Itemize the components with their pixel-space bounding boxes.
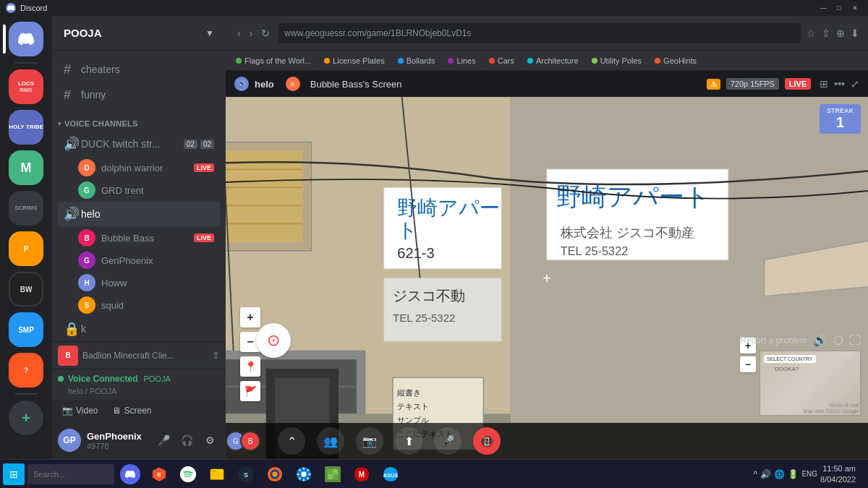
taskbar-spotify[interactable] (175, 461, 201, 487)
mini-map[interactable]: DOOKA? Map data ©2022 Google Terms of Us… (760, 351, 861, 416)
map-label: DOOKA? (775, 366, 799, 372)
terms-link[interactable]: Terms of Use (829, 403, 859, 408)
url-bar[interactable]: www.geoguessr.com/game/1BLRNObjeb0LvD1s (278, 23, 801, 43)
clock[interactable]: 11:50 am 8/04/2022 (820, 463, 856, 484)
crosshair-icon: + (542, 270, 551, 286)
mute-button[interactable]: 🎤 (153, 430, 174, 450)
bookmark-utility-poles[interactable]: Utility Poles (587, 55, 646, 67)
taskbar-steam[interactable]: S (233, 461, 259, 487)
taskbar-brave[interactable]: B (146, 461, 172, 487)
bottom-right-controls: Report a problem 🔊 ⬡ ⛶ (740, 333, 861, 347)
guild-holy-tribe[interactable]: HOLY TRIBE (9, 110, 43, 145)
close-button[interactable]: ✕ (848, 3, 862, 13)
bookmark-icon[interactable]: ☆ (807, 27, 816, 39)
voice-connected-section: Voice Connected POOJA helo / POOJA (52, 369, 226, 400)
expand-icon[interactable]: ⤢ (851, 78, 859, 90)
guild-locmins[interactable]: LOCS RIMS (9, 69, 43, 104)
voice-member-howw[interactable]: H Howw (58, 272, 220, 294)
bookmark-architecture[interactable]: Architecture (523, 55, 583, 67)
location-button[interactable]: 📍 (240, 356, 260, 377)
guild-add-button[interactable]: + (9, 401, 43, 435)
fullscreen-icon[interactable]: ⛶ (849, 334, 861, 347)
settings-button[interactable]: ⚙ (200, 430, 220, 450)
bookmark-cars[interactable]: Cars (485, 55, 519, 67)
video-button[interactable]: 📷 Video (58, 403, 102, 419)
show-panel-button[interactable]: ⌃ (278, 427, 305, 455)
channel-k-locked[interactable]: 🔒 k (58, 317, 220, 341)
guild-smp[interactable]: SMP (9, 312, 43, 347)
bookmark-bollards[interactable]: Bollards (393, 55, 440, 67)
back-button[interactable]: ‹ (234, 26, 244, 40)
taskbar-files[interactable] (204, 461, 230, 487)
taskbar-search[interactable] (27, 464, 114, 484)
download-icon[interactable]: ⬇ (851, 27, 859, 39)
tray-expand[interactable]: ^ (754, 469, 758, 479)
guild-unknown[interactable]: ? (9, 353, 43, 388)
flag-button[interactable]: 🚩 (240, 381, 260, 401)
refresh-button[interactable]: ↻ (258, 26, 273, 40)
forward-button[interactable]: › (247, 26, 256, 40)
guild-home[interactable] (9, 22, 43, 56)
voice-channels-category[interactable]: ▾ VOICE CHANNELS (52, 108, 226, 131)
bookmark-license-plates[interactable]: License Plates (320, 55, 389, 67)
maximize-button[interactable]: □ (832, 3, 846, 13)
tray-battery[interactable]: 🔋 (788, 469, 799, 479)
server-header[interactable]: POOJA ▼ (52, 16, 226, 51)
badlion-action-icon[interactable]: ⇧ (212, 350, 220, 361)
channel-duck-twitch[interactable]: 🔊 DUCK twitch str... 02 02 (58, 132, 220, 156)
bookmark-flags[interactable]: Flags of the Worl... (231, 55, 315, 67)
volume-icon[interactable]: 🔊 (813, 333, 827, 347)
voice-member-bubble-bass[interactable]: B Bubble Bass LIVE (58, 227, 220, 249)
taskbar-unknown1[interactable] (320, 461, 346, 487)
tray-network[interactable]: 🌐 (774, 469, 785, 479)
badlion-bar[interactable]: B Badlion Minecraft Clie... ⇧ (52, 341, 226, 369)
end-call-button[interactable]: 📵 (473, 427, 501, 455)
voice-member-dolphin[interactable]: D dolphin warrior LIVE (58, 157, 220, 179)
channel-helo[interactable]: 🔊 helo (58, 202, 220, 226)
bookmark-label: License Plates (333, 56, 385, 65)
titlebar: Discord — □ ✕ (0, 0, 868, 16)
grid-icon[interactable]: ⊞ (820, 78, 828, 90)
bookmark-geohints[interactable]: GeoHints (650, 55, 701, 67)
voice-member-genphoenix[interactable]: G GenPhoenix (58, 249, 220, 271)
participant-avatar: B (240, 431, 260, 451)
participants-button[interactable]: 👥 (317, 427, 344, 455)
start-button[interactable]: ⊞ (3, 463, 25, 485)
taskbar-cortana[interactable] (117, 461, 143, 487)
camera-button[interactable]: 📷 (356, 427, 383, 455)
taskbar-unknown2[interactable]: M (349, 461, 375, 487)
minimize-button[interactable]: — (816, 3, 830, 13)
voice-channel-icon: 🔊 (64, 136, 77, 152)
microphone-button[interactable]: 🎤 (434, 427, 461, 455)
share-screen-button[interactable]: ⬆ (395, 427, 422, 455)
guild-bw[interactable]: BW (9, 272, 43, 307)
bookmark-dot (489, 58, 495, 64)
voice-member-squid[interactable]: S squid (58, 294, 220, 316)
live-badge: LIVE (194, 163, 214, 172)
more-icon[interactable]: ••• (834, 78, 845, 90)
map-zoom-out[interactable]: − (740, 356, 756, 372)
bookmark-lines[interactable]: Lines (443, 55, 480, 67)
select-country-label: SELECT COUNTRY (764, 355, 816, 363)
share-icon[interactable]: ⇧ (822, 27, 830, 39)
guild-party[interactable]: P (9, 231, 43, 266)
zoom-icon[interactable]: ⊕ (836, 27, 845, 39)
compass-button[interactable]: ⊙ (256, 323, 291, 358)
taskbar-asus[interactable]: ASUS (378, 461, 404, 487)
screen-button[interactable]: 🖥 Screen (108, 403, 156, 419)
guild-scripms[interactable]: SCRIMS (9, 191, 43, 226)
zoom-in-button[interactable]: + (240, 307, 260, 328)
taskbar: ⊞ B S (0, 459, 868, 488)
voice-member-grd-trent[interactable]: G GRD trent (58, 179, 220, 201)
channel-funny[interactable]: # funny (58, 82, 220, 107)
user-panel: GP GenPhoenix #9778 🎤 🎧 ⚙ (52, 421, 226, 459)
taskbar-browser[interactable] (262, 461, 288, 487)
guild-m[interactable]: M (9, 150, 43, 185)
lang-indicator[interactable]: ENG (801, 470, 817, 478)
taskbar-settings[interactable] (291, 461, 317, 487)
tray-speaker[interactable]: 🔊 (760, 469, 771, 479)
deafen-button[interactable]: 🎧 (176, 430, 197, 450)
popout-icon[interactable]: ⬡ (833, 333, 843, 347)
report-link[interactable]: Report a problem (740, 335, 807, 346)
channel-cheaters[interactable]: # cheaters (58, 57, 220, 82)
